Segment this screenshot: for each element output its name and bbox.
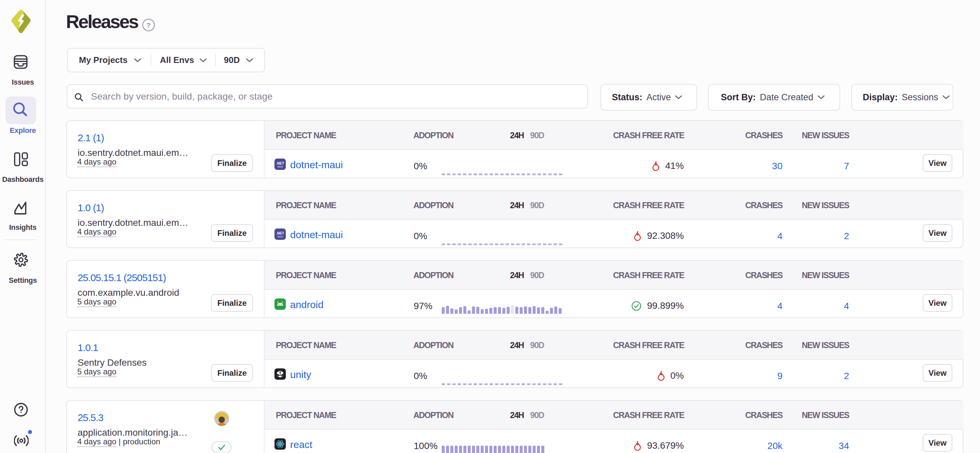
svg-text:MAUI: MAUI	[277, 235, 283, 238]
svg-text:MAUI: MAUI	[277, 165, 283, 168]
svg-text:.NET: .NET	[276, 161, 285, 165]
svg-text:.NET: .NET	[276, 231, 285, 235]
